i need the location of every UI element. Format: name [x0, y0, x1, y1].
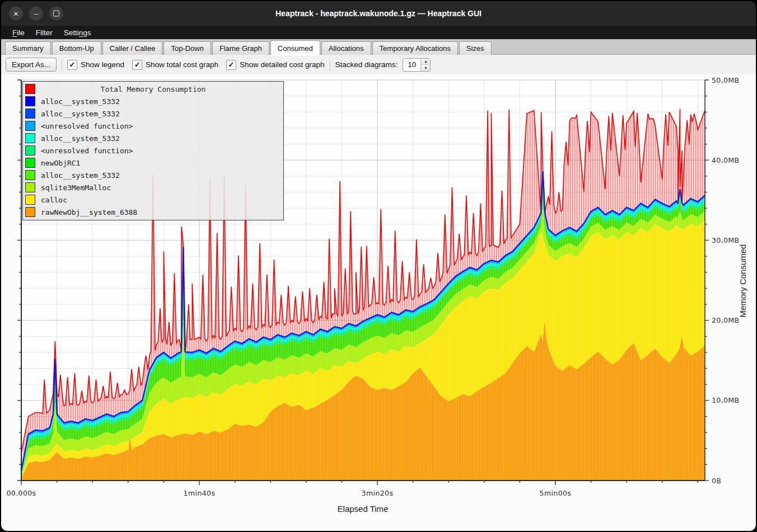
title-bar[interactable]: ✕ – Heaptrack - heaptrack.wakunode.1.gz … [1, 1, 756, 26]
maximize-button[interactable] [49, 7, 63, 21]
tab-flame-graph[interactable]: Flame Graph [212, 41, 269, 55]
y-tick-label: 40,0MB [712, 156, 740, 164]
tab-bottom-up[interactable]: Bottom-Up [52, 41, 101, 55]
x-tick-label: 1min40s [184, 489, 216, 497]
tab-temporary-allocations[interactable]: Temporary Allocations [372, 41, 458, 55]
menu-item-filter[interactable]: Filter [30, 27, 58, 38]
stacked-diagrams-label: Stacked diagrams: [335, 60, 398, 69]
legend-item-label: <unresolved function> [41, 122, 133, 130]
legend-item: alloc__system_5332 [23, 95, 283, 107]
legend-item-label: alloc__system_5332 [41, 110, 120, 118]
checkbox-label: Show legend [81, 60, 124, 69]
checkbox-show-detailed-cost-graph[interactable]: ✓ Show detailed cost graph [226, 60, 325, 70]
legend-title-row: Total Memory Consumption [23, 83, 283, 95]
legend-item: rawNewObj__system_6388 [23, 206, 283, 218]
x-tick-label: 3min20s [362, 489, 394, 497]
y-tick-label: 0B [712, 477, 721, 485]
export-as-button[interactable]: Export As... [6, 58, 57, 72]
tab-consumed[interactable]: Consumed [270, 40, 320, 55]
checkbox-show-legend[interactable]: ✓ Show legend [67, 60, 124, 70]
tab-caller-callee[interactable]: Caller / Callee [102, 41, 163, 55]
menu-item-settings[interactable]: Settings [58, 27, 97, 38]
window-controls: ✕ – [9, 7, 63, 21]
y-tick-label: 10,0MB [712, 396, 740, 404]
menu-item-file[interactable]: File [7, 27, 30, 38]
x-tick-label: 00.000s [6, 489, 36, 497]
close-button[interactable]: ✕ [9, 7, 23, 21]
legend-swatch [25, 133, 35, 143]
legend-item-label: rawNewObj__system_6388 [41, 208, 137, 216]
tab-allocations[interactable]: Allocations [321, 41, 371, 55]
x-tick-label: 5min00s [540, 489, 572, 497]
app-window: ✕ – Heaptrack - heaptrack.wakunode.1.gz … [1, 1, 756, 531]
y-tick-label: 20,0MB [712, 316, 740, 324]
legend-swatch [25, 195, 35, 205]
checkbox-label: Show total cost graph [146, 60, 218, 69]
checkbox-label: Show detailed cost graph [240, 60, 325, 69]
legend-item: calloc [23, 194, 283, 206]
legend-item: alloc__system_5332 [23, 169, 283, 181]
checkbox-box[interactable]: ✓ [226, 60, 236, 70]
legend-item-label: calloc [41, 196, 67, 204]
legend-swatch [25, 121, 35, 131]
tab-summary[interactable]: Summary [5, 41, 51, 55]
stepper-arrows: ▲ ▼ [420, 59, 430, 71]
chart-legend: Total Memory Consumption alloc__system_5… [22, 81, 284, 220]
checkbox-box[interactable]: ✓ [67, 60, 77, 70]
stacked-diagrams-stepper[interactable]: 10 ▲ ▼ [403, 58, 431, 72]
tab-sizes[interactable]: Sizes [459, 41, 492, 55]
legend-item-label: sqlite3MemMalloc [41, 183, 111, 192]
checkbox-box[interactable]: ✓ [132, 60, 142, 70]
toolbar: Export As... ✓ Show legend ✓ Show total … [1, 55, 756, 74]
legend-title-swatch [25, 84, 35, 94]
legend-item: newObjRC1 [23, 157, 283, 169]
legend-swatch [25, 170, 35, 180]
toolbar-separator [330, 59, 330, 70]
legend-title: Total Memory Consumption [35, 85, 271, 93]
y-tick-label: 30,0MB [712, 236, 740, 244]
tab-top-down[interactable]: Top-Down [163, 41, 211, 55]
legend-item-label: <unresolved function> [41, 147, 133, 155]
legend-item: alloc__system_5332 [23, 107, 283, 120]
legend-swatch [25, 109, 35, 119]
legend-swatch [25, 96, 35, 106]
toolbar-separator [62, 59, 62, 70]
tab-bar: SummaryBottom-UpCaller / CalleeTop-DownF… [1, 39, 756, 55]
legend-item: alloc__system_5332 [23, 132, 283, 144]
y-axis-title: Memory Consumed [738, 244, 747, 318]
x-axis-title: Elapsed Time [338, 504, 389, 514]
legend-item-label: alloc__system_5332 [41, 171, 120, 180]
legend-swatch [25, 182, 35, 192]
legend-swatch [25, 158, 35, 168]
toolbar-checkboxes: ✓ Show legend ✓ Show total cost graph ✓ … [67, 60, 325, 70]
legend-swatch [25, 207, 35, 217]
stepper-value[interactable]: 10 [403, 59, 420, 71]
chart-panel: 00.000s1min40s3min20s5min00s0B10,0MB20,0… [1, 74, 756, 531]
legend-swatch [25, 145, 35, 156]
legend-item: <unresolved function> [23, 144, 283, 157]
stepper-up-icon[interactable]: ▲ [421, 59, 430, 65]
window-title: Heaptrack - heaptrack.wakunode.1.gz — He… [275, 9, 482, 18]
legend-item: sqlite3MemMalloc [23, 181, 283, 194]
checkbox-show-total-cost-graph[interactable]: ✓ Show total cost graph [132, 60, 218, 70]
stepper-down-icon[interactable]: ▼ [421, 65, 430, 71]
minimize-button[interactable]: – [29, 7, 43, 21]
legend-item: <unresolved function> [23, 120, 283, 132]
legend-item-label: alloc__system_5332 [41, 134, 120, 143]
menu-bar: FileFilterSettings [1, 26, 756, 39]
legend-item-label: alloc__system_5332 [41, 97, 120, 106]
maximize-icon [53, 11, 59, 17]
legend-item-label: newObjRC1 [41, 159, 80, 167]
y-tick-label: 50,0MB [712, 76, 740, 84]
